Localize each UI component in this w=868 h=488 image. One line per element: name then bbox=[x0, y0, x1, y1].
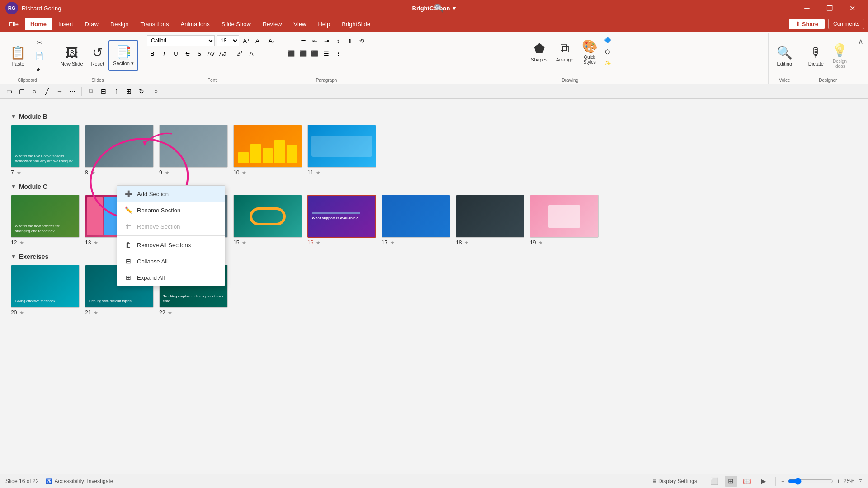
slide-thumb[interactable] bbox=[233, 195, 302, 238]
slide-thumb[interactable] bbox=[85, 125, 154, 168]
slide-item[interactable]: 18 ★ bbox=[456, 195, 524, 246]
line-spacing-button[interactable]: ↕ bbox=[333, 35, 344, 46]
shape-ellipse-button[interactable]: ○ bbox=[29, 86, 40, 97]
underline-button[interactable]: U bbox=[170, 48, 181, 59]
font-family-select[interactable]: Calibri bbox=[147, 35, 215, 46]
distribute-button[interactable]: ⫿ bbox=[111, 86, 122, 97]
paste-button[interactable]: 📋 Paste bbox=[6, 40, 29, 71]
shape-rounded-rect-button[interactable]: ▢ bbox=[16, 86, 27, 97]
menu-view[interactable]: View bbox=[288, 18, 312, 30]
shapes-button[interactable]: ⬟ Shapes bbox=[527, 36, 551, 65]
slide-item[interactable]: Giving effective feedback 20 ★ bbox=[11, 265, 80, 316]
bullets-button[interactable]: ≡ bbox=[286, 35, 297, 46]
smart-art-button[interactable]: ⫶ bbox=[333, 48, 344, 59]
change-case-button[interactable]: Aa bbox=[217, 48, 228, 59]
align-button[interactable]: ⊟ bbox=[98, 86, 109, 97]
menu-file[interactable]: File bbox=[4, 18, 24, 30]
shape-arrow-button[interactable]: → bbox=[54, 86, 65, 97]
italic-button[interactable]: I bbox=[159, 48, 170, 59]
slide-item[interactable]: 17 ★ bbox=[382, 195, 450, 246]
slide-item[interactable]: 19 ★ bbox=[530, 195, 599, 246]
zoom-out-button[interactable]: − bbox=[781, 478, 784, 484]
strikethrough-button[interactable]: S bbox=[182, 48, 193, 59]
design-ideas-button[interactable]: 💡 DesignIdeas bbox=[828, 40, 851, 71]
slide-thumb-selected[interactable]: What support is available? bbox=[307, 195, 376, 238]
minimize-button[interactable]: ─ bbox=[797, 0, 817, 16]
slide-thumb[interactable] bbox=[159, 125, 228, 168]
display-settings[interactable]: 🖥 Display Settings bbox=[651, 478, 697, 484]
group-button[interactable]: ⊞ bbox=[123, 86, 134, 97]
slide-thumb[interactable] bbox=[382, 195, 450, 238]
highlight-button[interactable]: 🖊 bbox=[234, 48, 245, 59]
menu-help[interactable]: Help bbox=[312, 18, 335, 30]
decrease-font-button[interactable]: A⁻ bbox=[254, 35, 264, 46]
menu-transitions[interactable]: Transitions bbox=[135, 18, 174, 30]
slide-item[interactable]: What support is available? 16 ★ bbox=[307, 195, 376, 246]
clear-format-button[interactable]: Aₓ bbox=[266, 35, 277, 46]
ctx-collapse-all[interactable]: ⊟ Collapse All bbox=[117, 253, 225, 269]
slide-item[interactable]: What is the RW Conversations framework a… bbox=[11, 125, 80, 176]
normal-view-button[interactable]: ⬜ bbox=[708, 476, 721, 487]
fit-to-window-button[interactable]: ⊡ bbox=[858, 478, 863, 484]
comments-button[interactable]: Comments bbox=[828, 19, 864, 29]
accessibility-info[interactable]: ♿ Accessibility: Investigate bbox=[46, 478, 113, 484]
font-color-button[interactable]: A bbox=[246, 48, 257, 59]
menu-review[interactable]: Review bbox=[257, 18, 288, 30]
slide-item[interactable]: 11 ★ bbox=[307, 125, 376, 176]
cut-button[interactable]: ✂ bbox=[30, 37, 48, 49]
decrease-indent-button[interactable]: ⇤ bbox=[309, 35, 320, 46]
slide-thumb[interactable] bbox=[456, 195, 524, 238]
font-size-select[interactable]: 18 bbox=[217, 35, 239, 46]
bold-button[interactable]: B bbox=[147, 48, 158, 59]
ctx-rename-section[interactable]: ✏️ Rename Section bbox=[117, 202, 225, 218]
slide-item[interactable]: 9 ★ bbox=[159, 125, 228, 176]
dictate-button[interactable]: 🎙 Dictate bbox=[805, 40, 827, 71]
arrange-shapes-button[interactable]: ⧉ bbox=[85, 86, 96, 97]
reset-button[interactable]: ↺ Reset bbox=[88, 40, 108, 71]
ctx-add-section[interactable]: ➕ Add Section bbox=[117, 186, 225, 202]
menu-animations[interactable]: Animations bbox=[175, 18, 215, 30]
new-slide-button[interactable]: 🖼 New Slide bbox=[57, 40, 87, 71]
slide-item[interactable]: 8 ★ bbox=[85, 125, 154, 176]
shape-effects-button[interactable]: ✨ bbox=[602, 58, 613, 65]
reading-view-button[interactable]: 📖 bbox=[741, 476, 754, 487]
slide-thumb[interactable]: Giving effective feedback bbox=[11, 265, 80, 308]
restore-button[interactable]: ❐ bbox=[819, 0, 840, 16]
slide-item[interactable]: What is the new process for arranging an… bbox=[11, 195, 80, 246]
shape-outline-button[interactable]: ⬡ bbox=[602, 46, 613, 57]
char-spacing-button[interactable]: AV bbox=[206, 48, 217, 59]
text-direction-button[interactable]: ⟲ bbox=[356, 35, 367, 46]
quick-styles-button[interactable]: 🎨 QuickStyles bbox=[578, 36, 601, 65]
copy-button[interactable]: 📄 bbox=[30, 50, 48, 62]
shape-toolbar-more[interactable]: » bbox=[155, 88, 158, 94]
zoom-in-button[interactable]: + bbox=[837, 478, 840, 484]
shape-fill-button[interactable]: 🔷 bbox=[602, 34, 613, 45]
menu-home[interactable]: Home bbox=[25, 18, 52, 30]
menu-draw[interactable]: Draw bbox=[80, 18, 104, 30]
zoom-slider[interactable] bbox=[788, 478, 833, 485]
ribbon-collapse-button[interactable]: ∧ bbox=[856, 35, 865, 47]
slide-thumb[interactable] bbox=[530, 195, 599, 238]
increase-font-button[interactable]: A⁺ bbox=[241, 35, 252, 46]
slide-thumb[interactable] bbox=[233, 125, 302, 168]
justify-button[interactable]: ☰ bbox=[321, 48, 332, 59]
slide-thumb[interactable]: What is the new process for arranging an… bbox=[11, 195, 80, 238]
slide-item[interactable]: 10 ★ bbox=[233, 125, 302, 176]
shape-more-button[interactable]: ⋯ bbox=[67, 86, 78, 97]
ctx-expand-all[interactable]: ⊞ Expand All bbox=[117, 269, 225, 286]
menu-insert[interactable]: Insert bbox=[53, 18, 79, 30]
shape-line-button[interactable]: ╱ bbox=[42, 86, 52, 97]
share-button[interactable]: ⬆ Share bbox=[789, 19, 825, 29]
increase-indent-button[interactable]: ⇥ bbox=[321, 35, 332, 46]
section-module-b[interactable]: ▼ Module B bbox=[11, 113, 857, 120]
format-painter-button[interactable]: 🖌 bbox=[30, 63, 48, 75]
columns-button[interactable]: ⫿ bbox=[344, 35, 355, 46]
rotate-button[interactable]: ↻ bbox=[136, 86, 147, 97]
slide-sorter-button[interactable]: ⊞ bbox=[725, 476, 737, 487]
menu-slideshow[interactable]: Slide Show bbox=[216, 18, 256, 30]
shape-rect-button[interactable]: ▭ bbox=[4, 86, 14, 97]
slide-thumb[interactable]: What is the RW Conversations framework a… bbox=[11, 125, 80, 168]
close-button[interactable]: ✕ bbox=[842, 0, 863, 16]
editing-button[interactable]: 🔍 Editing bbox=[773, 40, 796, 71]
slide-thumb[interactable] bbox=[307, 125, 376, 168]
